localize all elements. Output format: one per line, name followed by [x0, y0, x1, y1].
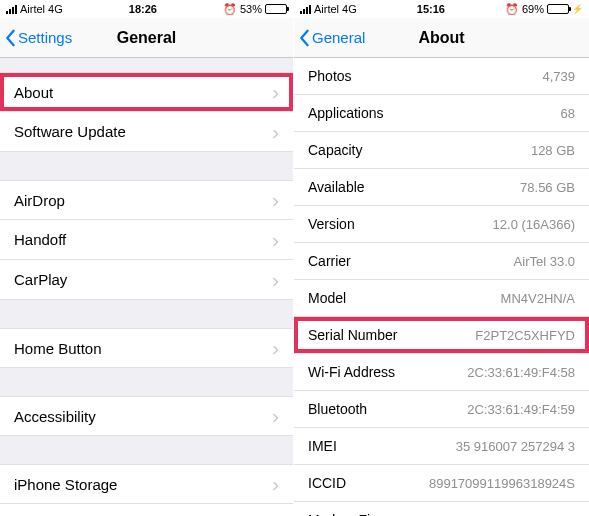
signal-icon: [300, 5, 311, 14]
row-label: Modem Firmware: [308, 512, 417, 516]
nav-bar: General About: [294, 18, 589, 58]
row-label: Software Update: [14, 123, 126, 140]
signal-icon: [6, 5, 17, 14]
row-carplay[interactable]: CarPlay ›: [0, 260, 293, 300]
row-capacity[interactable]: Capacity128 GB: [294, 132, 589, 169]
row-label: Capacity: [308, 142, 362, 158]
back-label: General: [312, 29, 365, 46]
chevron-right-icon: ›: [272, 338, 279, 358]
chevron-right-icon: ›: [272, 82, 279, 102]
back-button[interactable]: General: [298, 29, 365, 47]
clock: 18:26: [129, 3, 157, 15]
battery-icon: [547, 4, 569, 14]
row-available[interactable]: Available78.56 GB: [294, 169, 589, 206]
row-label: Available: [308, 179, 365, 195]
alarm-icon: ⏰: [223, 3, 237, 16]
chevron-right-icon: ›: [272, 406, 279, 426]
battery-pct: 53%: [240, 3, 262, 15]
row-value: 2C:33:61:49:F4:58: [467, 365, 575, 380]
chevron-right-icon: ›: [272, 270, 279, 290]
row-label: iPhone Storage: [14, 476, 117, 493]
row-handoff[interactable]: Handoff ›: [0, 220, 293, 260]
network: 4G: [48, 3, 63, 15]
alarm-icon: ⏰: [505, 3, 519, 16]
row-carrier[interactable]: CarrierAirTel 33.0: [294, 243, 589, 280]
row-imei[interactable]: IMEI35 916007 257294 3: [294, 428, 589, 465]
chevron-right-icon: ›: [272, 190, 279, 210]
clock: 15:16: [417, 3, 445, 15]
chevron-right-icon: ›: [272, 230, 279, 250]
row-label: Wi-Fi Address: [308, 364, 395, 380]
row-label: Version: [308, 216, 355, 232]
content: Photos4,739Applications68Capacity128 GBA…: [294, 58, 589, 516]
chevron-left-icon: [298, 29, 310, 47]
battery-icon: [265, 4, 287, 14]
status-bar: Airtel 4G 15:16 ⏰ 69% ⚡: [294, 0, 589, 18]
row-label: Carrier: [308, 253, 351, 269]
row-value: 35 916007 257294 3: [456, 439, 575, 454]
row-applications[interactable]: Applications68: [294, 95, 589, 132]
row-home-button[interactable]: Home Button ›: [0, 328, 293, 368]
row-label: Accessibility: [14, 408, 96, 425]
row-value: 128 GB: [531, 143, 575, 158]
row-software-update[interactable]: Software Update ›: [0, 112, 293, 152]
page-title: General: [117, 29, 177, 47]
row-label: AirDrop: [14, 192, 65, 209]
content: About › Software Update › AirDrop › Hand…: [0, 58, 293, 516]
row-label: Home Button: [14, 340, 102, 357]
battery-pct: 69%: [522, 3, 544, 15]
row-label: Applications: [308, 105, 384, 121]
page-title: About: [418, 29, 464, 47]
phone-about: Airtel 4G 15:16 ⏰ 69% ⚡ General About Ph…: [294, 0, 589, 516]
row-label: Model: [308, 290, 346, 306]
row-value: 8991709911996318924S: [429, 476, 575, 491]
group: AirDrop › Handoff › CarPlay ›: [0, 180, 293, 300]
row-background-app-refresh[interactable]: Background App Refresh ›: [0, 504, 293, 516]
row-accessibility[interactable]: Accessibility ›: [0, 396, 293, 436]
chevron-right-icon: ›: [272, 122, 279, 142]
row-label: About: [14, 84, 53, 101]
group: iPhone Storage › Background App Refresh …: [0, 464, 293, 516]
row-label: Serial Number: [308, 327, 397, 343]
row-iphone-storage[interactable]: iPhone Storage ›: [0, 464, 293, 504]
row-value: 78.56 GB: [520, 180, 575, 195]
row-label: Handoff: [14, 231, 66, 248]
row-label: Photos: [308, 68, 352, 84]
row-serial-number[interactable]: Serial NumberF2PT2C5XHFYD: [294, 317, 589, 354]
row-modem-firmware[interactable]: Modem Firmware3.00.01: [294, 502, 589, 516]
row-value: F2PT2C5XHFYD: [475, 328, 575, 343]
row-photos[interactable]: Photos4,739: [294, 58, 589, 95]
row-value: 68: [561, 106, 575, 121]
row-model[interactable]: ModelMN4V2HN/A: [294, 280, 589, 317]
row-airdrop[interactable]: AirDrop ›: [0, 180, 293, 220]
row-label: CarPlay: [14, 271, 67, 288]
status-bar: Airtel 4G 18:26 ⏰ 53%: [0, 0, 293, 18]
phone-general: Airtel 4G 18:26 ⏰ 53% Settings General A…: [0, 0, 294, 516]
nav-bar: Settings General: [0, 18, 293, 58]
row-about[interactable]: About ›: [0, 72, 293, 112]
row-bluetooth[interactable]: Bluetooth2C:33:61:49:F4:59: [294, 391, 589, 428]
group: Home Button ›: [0, 328, 293, 368]
row-label: ICCID: [308, 475, 346, 491]
carrier: Airtel: [20, 3, 45, 15]
row-label: IMEI: [308, 438, 337, 454]
chevron-right-icon: ›: [272, 474, 279, 494]
row-value: 3.00.01: [532, 513, 575, 517]
row-iccid[interactable]: ICCID8991709911996318924S: [294, 465, 589, 502]
row-label: Bluetooth: [308, 401, 367, 417]
row-value: MN4V2HN/A: [501, 291, 575, 306]
row-value: AirTel 33.0: [514, 254, 575, 269]
group: Accessibility ›: [0, 396, 293, 436]
group: About › Software Update ›: [0, 72, 293, 152]
row-value: 2C:33:61:49:F4:59: [467, 402, 575, 417]
back-button[interactable]: Settings: [4, 29, 72, 47]
network: 4G: [342, 3, 357, 15]
charging-icon: ⚡: [572, 4, 583, 14]
row-value: 12.0 (16A366): [493, 217, 575, 232]
row-value: 4,739: [542, 69, 575, 84]
row-wi-fi-address[interactable]: Wi-Fi Address2C:33:61:49:F4:58: [294, 354, 589, 391]
chevron-left-icon: [4, 29, 16, 47]
carrier: Airtel: [314, 3, 339, 15]
row-version[interactable]: Version12.0 (16A366): [294, 206, 589, 243]
back-label: Settings: [18, 29, 72, 46]
